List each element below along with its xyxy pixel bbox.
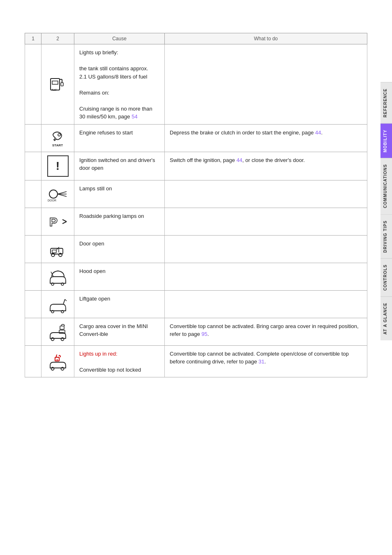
sidebar-tab-controls[interactable]: CONTROLS xyxy=(380,258,392,296)
svg-line-11 xyxy=(58,194,67,197)
table-row: P Roadside parking lamps on xyxy=(25,208,367,235)
row-icon-cell xyxy=(42,345,74,377)
row-cause: Lamps still on xyxy=(74,180,165,208)
svg-rect-17 xyxy=(52,250,56,253)
row-what xyxy=(165,235,367,263)
row-cause: Door open xyxy=(74,235,165,263)
hood-open-icon xyxy=(48,268,68,286)
row-what xyxy=(165,263,367,290)
row-what: Depress the brake or clutch in order to … xyxy=(165,124,367,152)
row-num xyxy=(25,290,42,318)
row-icon-cell: START xyxy=(42,124,74,152)
svg-rect-4 xyxy=(61,83,63,86)
row-cause: Ignition switched on and driver's door o… xyxy=(74,152,165,180)
table-row: Cargo area cover in the MINI Convert-ibl… xyxy=(25,318,367,345)
table-row: Liftgate open xyxy=(25,290,367,318)
row-cause: Lights up in red: Convertible top not lo… xyxy=(74,345,165,377)
page-link-54[interactable]: 54 xyxy=(131,113,137,120)
row-what: Switch off the ignition, page 44, or clo… xyxy=(165,152,367,180)
warning-table: 1 2 Cause What to do xyxy=(25,33,367,377)
page-link-95[interactable]: 95 xyxy=(201,331,207,337)
table-row: Lights up in red: Convertible top not lo… xyxy=(25,345,367,377)
row-cause: Hood open xyxy=(74,263,165,290)
row-what xyxy=(165,290,367,318)
sidebar-tabs: REFERENCEMOBILITYCOMMUNICATIONSDRIVING T… xyxy=(380,82,392,340)
row-num xyxy=(25,208,42,235)
col-1-header: 1 xyxy=(25,33,42,44)
row-num xyxy=(25,345,42,377)
main-content: 1 2 Cause What to do xyxy=(25,33,367,377)
liftgate-icon xyxy=(48,295,68,313)
svg-point-6 xyxy=(58,134,60,136)
row-icon-cell: P xyxy=(42,208,74,235)
svg-rect-27 xyxy=(60,326,64,329)
row-what: Convertible top cannot be activated. Bri… xyxy=(165,318,367,345)
row-icon-cell xyxy=(42,290,74,318)
sidebar-tab-at-a-glance[interactable]: AT A GLANCE xyxy=(380,296,392,340)
sidebar-tab-reference[interactable]: REFERENCE xyxy=(380,82,392,123)
table-row: START Engine refuses to start Depress th… xyxy=(25,124,367,152)
row-what xyxy=(165,180,367,208)
row-icon-cell: fuel xyxy=(42,44,74,125)
row-num xyxy=(25,124,42,152)
table-row: Hood open xyxy=(25,263,367,290)
row-icon-cell xyxy=(42,263,74,290)
row-num xyxy=(25,318,42,345)
svg-text:DOOR: DOOR xyxy=(48,199,56,202)
start-icon: START xyxy=(48,128,68,148)
row-what xyxy=(165,208,367,235)
page-link-44a[interactable]: 44 xyxy=(315,130,321,136)
door-open-icon xyxy=(48,239,68,259)
svg-point-8 xyxy=(49,190,58,198)
svg-line-15 xyxy=(62,222,67,224)
convertible-lock-icon xyxy=(48,351,68,372)
row-cause: Liftgate open xyxy=(74,290,165,318)
col-cause-header: Cause xyxy=(74,33,165,44)
svg-text:START: START xyxy=(52,143,63,147)
row-num xyxy=(25,235,42,263)
sidebar-tab-communications[interactable]: COMMUNICATIONS xyxy=(380,158,392,214)
table-row: Door open xyxy=(25,235,367,263)
page-link-44b[interactable]: 44 xyxy=(236,157,242,163)
row-num xyxy=(25,152,42,180)
page-link-31[interactable]: 31 xyxy=(258,358,264,365)
row-what xyxy=(165,44,367,125)
row-cause: Roadside parking lamps on xyxy=(74,208,165,235)
table-header-row: 1 2 Cause What to do xyxy=(25,33,367,44)
row-icon-cell: DOOR xyxy=(42,180,74,208)
parking-lamps-icon: P xyxy=(48,211,68,232)
row-what: Convertible top cannot be activated. Com… xyxy=(165,345,367,377)
svg-line-9 xyxy=(58,192,67,194)
row-num xyxy=(25,44,42,125)
fuel-icon: fuel xyxy=(49,75,67,93)
cargo-icon xyxy=(48,322,68,342)
sidebar-tab-driving-tips[interactable]: DRIVING TIPS xyxy=(380,214,392,259)
col-what-header: What to do xyxy=(165,33,367,44)
svg-text:fuel: fuel xyxy=(52,88,57,91)
row-cause: Cargo area cover in the MINI Convert-ibl… xyxy=(74,318,165,345)
svg-rect-1 xyxy=(52,81,58,84)
row-icon-cell: ! xyxy=(42,152,74,180)
row-num xyxy=(25,263,42,290)
table-row: ! Ignition switched on and driver's door… xyxy=(25,152,367,180)
lamps-icon: DOOR xyxy=(48,186,68,202)
row-cause: Lights up briefly: the tank still contai… xyxy=(74,44,165,125)
exclamation-icon: ! xyxy=(47,155,69,177)
page-container: REFERENCEMOBILITYCOMMUNICATIONSDRIVING T… xyxy=(0,33,392,555)
col-2-header: 2 xyxy=(42,33,74,44)
table-row: fuel Lights up briefly: the tank still c… xyxy=(25,44,367,125)
svg-point-31 xyxy=(56,359,58,360)
svg-text:P: P xyxy=(49,215,58,229)
row-cause: Engine refuses to start xyxy=(74,124,165,152)
sidebar-tab-mobility[interactable]: MOBILITY xyxy=(380,123,392,158)
svg-line-14 xyxy=(62,220,67,222)
table-row: DOOR Lamps still on xyxy=(25,180,367,208)
row-num xyxy=(25,180,42,208)
row-icon-cell xyxy=(42,318,74,345)
row-icon-cell xyxy=(42,235,74,263)
